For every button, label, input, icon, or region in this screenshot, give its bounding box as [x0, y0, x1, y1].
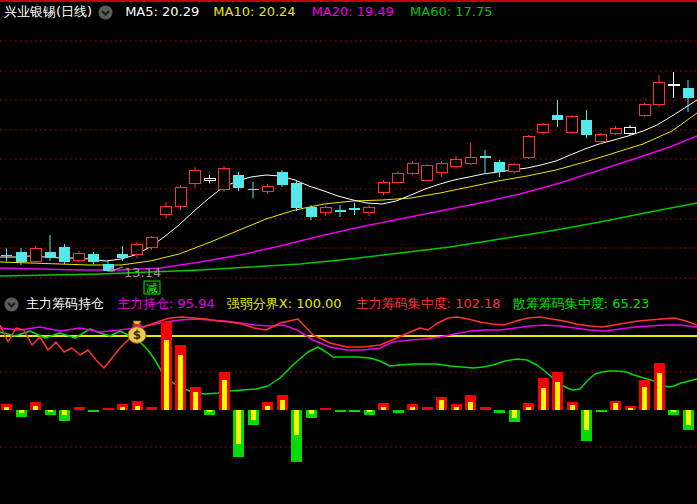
svg-text:13.14: 13.14 [124, 265, 161, 280]
money-bag-icon: $ [128, 321, 146, 343]
strength-bars [1, 322, 694, 462]
ma-lines [0, 100, 697, 276]
stat-qiangruo-fenjie: 强弱分界X: 100.00 [227, 294, 342, 314]
price-low-annotation: 13.14 [109, 265, 161, 280]
candlestick-and-indicator-chart[interactable]: 13.14减$ [0, 0, 697, 504]
svg-text:$: $ [133, 328, 141, 342]
chevron-down-icon[interactable] [4, 297, 19, 312]
stat-sanchou-jizhongdu: 散筹筹码集中度: 65.23 [513, 294, 650, 314]
indicator-title[interactable]: 主力筹码持仓 [26, 294, 104, 314]
indicator-lines [0, 317, 697, 394]
stat-zhuli-jizhongdu: 主力筹码集中度: 102.18 [356, 294, 501, 314]
reduce-marker: 减 [144, 281, 160, 295]
stock-chart-window: 兴业银锡(日线) MA5: 20.29 MA10: 20.24 MA20: 19… [0, 0, 697, 504]
sub-gridlines [0, 336, 697, 447]
svg-text:减: 减 [147, 282, 158, 295]
stat-zhuli-chicang: 主力持仓: 95.94 [117, 294, 215, 314]
indicator-panel-header: 主力筹码持仓 主力持仓: 95.94 强弱分界X: 100.00 主力筹码集中度… [0, 294, 697, 314]
candles-layer [1, 72, 694, 272]
